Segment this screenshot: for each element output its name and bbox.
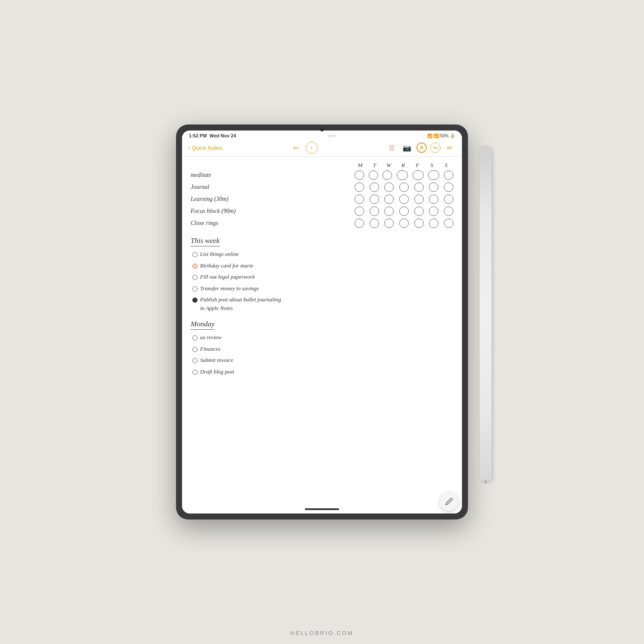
task-text: List things online	[200, 250, 239, 258]
habit-circle[interactable]	[428, 170, 439, 180]
habit-row-rings: Close rings	[191, 219, 453, 228]
task-bullet-dark	[192, 297, 197, 305]
add-icon[interactable]: +	[306, 142, 318, 154]
habit-circle[interactable]	[414, 219, 424, 228]
camera-icon[interactable]: 📷	[401, 142, 413, 154]
nav-right-actions: ☰ 📷 A ••• ✏	[386, 142, 456, 154]
habit-circles-journal	[355, 182, 453, 192]
habit-circles-learning	[355, 194, 453, 204]
habit-circle[interactable]	[444, 170, 453, 180]
habit-circle[interactable]	[355, 170, 364, 180]
habit-circle[interactable]	[399, 207, 409, 216]
habit-circle[interactable]	[444, 194, 453, 204]
markup-icon[interactable]: A	[416, 143, 427, 153]
task-item: Publish post about bullet journalingin A…	[192, 295, 453, 312]
ipad-device: 1:52 PM Wed Nov 24 📶 📶 50% 🔋 ‹	[176, 125, 468, 519]
nav-bar: ‹ Quick Notes ↩ + ☰ 📷 A ••• ✏	[182, 140, 462, 157]
day-s2: S	[440, 162, 453, 169]
habit-row-meditate: meditate	[191, 170, 453, 180]
back-chevron-icon: ‹	[188, 144, 190, 151]
task-text: Birthday card for marie	[200, 261, 253, 270]
habit-circle[interactable]	[429, 194, 438, 204]
task-text: Publish post about bullet journalingin A…	[200, 295, 281, 312]
habit-circle[interactable]	[429, 219, 438, 228]
habit-circle[interactable]	[414, 194, 424, 204]
task-bullet-orange	[192, 263, 197, 271]
habit-circle[interactable]	[444, 182, 453, 192]
habit-circle[interactable]	[399, 182, 409, 192]
battery-icon: 🔋	[450, 134, 455, 138]
day-m: M	[354, 162, 367, 169]
habit-circle[interactable]	[444, 219, 453, 228]
habit-circle[interactable]	[399, 194, 409, 204]
task-text: Submit invoice	[200, 356, 233, 365]
habit-circle[interactable]	[414, 182, 424, 192]
habit-circles-meditate	[355, 170, 453, 180]
day-w: W	[383, 162, 395, 169]
battery-text: 50%	[440, 134, 449, 138]
habit-circles-rings	[355, 219, 453, 228]
habit-circle[interactable]	[384, 194, 394, 204]
day-r: R	[397, 162, 410, 169]
this-week-title: This week	[191, 237, 220, 246]
edit-icon[interactable]: ✏	[444, 142, 456, 154]
task-bullet-empty	[192, 334, 197, 343]
habit-circle[interactable]	[444, 207, 453, 216]
habit-circle[interactable]	[370, 182, 379, 192]
day-t: T	[368, 162, 381, 169]
habit-circle[interactable]	[370, 207, 379, 216]
habit-circle[interactable]	[429, 207, 438, 216]
home-bar	[182, 505, 462, 513]
habit-circle[interactable]	[414, 207, 424, 216]
habit-circle[interactable]	[384, 207, 394, 216]
back-label: Quick Notes	[192, 145, 222, 151]
habit-circle[interactable]	[370, 219, 379, 228]
task-item: Fill out legal paperwork	[192, 273, 453, 283]
day-s1: S	[425, 162, 438, 169]
task-item: Submit invoice	[192, 356, 453, 366]
habit-circle[interactable]	[355, 182, 364, 192]
task-bullet-empty	[192, 369, 197, 377]
status-right: 📶 📶 50% 🔋	[427, 134, 455, 138]
task-text: Finances	[200, 345, 221, 353]
task-item: Finances	[192, 345, 453, 355]
more-icon[interactable]: •••	[430, 143, 440, 153]
habit-tracker: M T W R F S S meditate	[191, 162, 453, 228]
habit-circle[interactable]	[355, 207, 364, 216]
history-icon[interactable]: ↩	[290, 142, 302, 154]
habit-name-journal: Journal	[191, 184, 268, 191]
habit-circle[interactable]	[355, 194, 364, 204]
habit-circle[interactable]	[397, 170, 408, 180]
habit-circle[interactable]	[413, 170, 424, 180]
habit-circle[interactable]	[384, 219, 394, 228]
habit-circle[interactable]	[399, 219, 409, 228]
task-bullet-empty	[192, 346, 197, 355]
task-bullet-empty	[192, 274, 197, 283]
habit-name-learning: Learning (30m)	[191, 196, 268, 203]
habit-circle[interactable]	[355, 219, 364, 228]
list-icon[interactable]: ☰	[386, 142, 398, 154]
back-button[interactable]: ‹ Quick Notes	[188, 144, 222, 151]
task-item: Birthday card for marie	[192, 261, 453, 271]
task-text: ux review	[200, 333, 222, 342]
task-bullet-empty	[192, 251, 197, 260]
habit-circle[interactable]	[370, 194, 379, 204]
habit-circle[interactable]	[383, 170, 392, 180]
habit-name-rings: Close rings	[191, 220, 268, 227]
habit-circle[interactable]	[369, 170, 378, 180]
monday-section: Monday ux review Finances Submit invo	[191, 320, 453, 377]
this-week-section: This week List things online Birthday ca…	[191, 237, 453, 312]
wifi-icon: 📶	[434, 134, 439, 138]
task-item: List things online	[192, 250, 453, 260]
monday-task-list: ux review Finances Submit invoice D	[191, 333, 453, 377]
habit-circle[interactable]	[384, 182, 394, 192]
habit-circle[interactable]	[429, 182, 438, 192]
status-center-dots	[328, 135, 335, 137]
day-f: F	[411, 162, 424, 169]
task-bullet-empty	[192, 286, 197, 294]
pencil-fab-button[interactable]	[440, 492, 459, 511]
apple-pencil	[480, 146, 492, 481]
habit-name-focus: Focus block (90m)	[191, 208, 268, 215]
footer-text: HELLOBRIO.COM	[290, 630, 353, 636]
nav-center-actions: ↩ +	[290, 142, 318, 154]
